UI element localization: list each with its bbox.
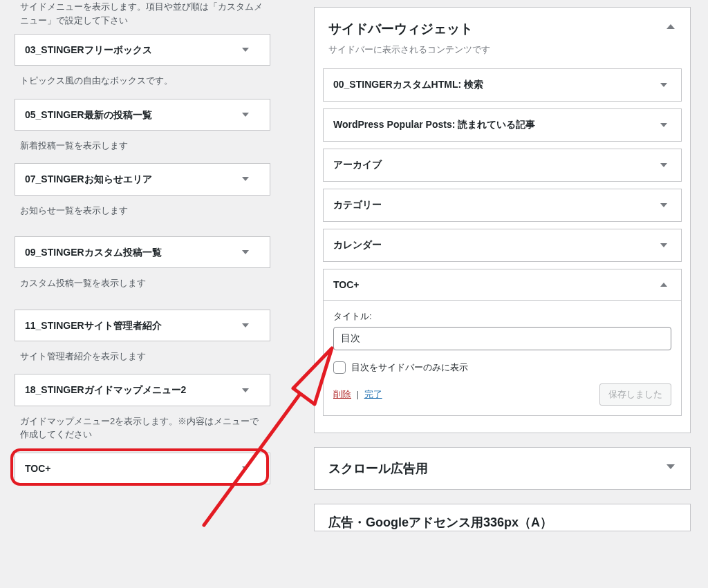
widget-item-title: 18_STINGERガイドマップメニュー2 bbox=[15, 374, 270, 405]
chevron-down-icon bbox=[667, 464, 675, 469]
widget-item-toc-plus[interactable]: TOC+ bbox=[15, 453, 270, 484]
widget-item[interactable]: 09_STINGERカスタム投稿一覧 bbox=[15, 236, 270, 268]
widget-item[interactable]: 07_STINGERお知らせエリア bbox=[15, 163, 270, 195]
chevron-down-icon bbox=[660, 83, 667, 87]
placed-widget-item: 00_STINGERカスタムHTML: 検索 bbox=[323, 68, 682, 102]
widget-item-title: 03_STINGERフリーボックス bbox=[15, 35, 270, 65]
widget-item[interactable]: 11_STINGERサイト管理者紹介 bbox=[15, 310, 270, 341]
widget-actions: 削除 | 完了 保存しました bbox=[333, 383, 671, 406]
scroll-ads-area-panel: スクロール広告用 bbox=[314, 447, 691, 490]
chevron-up-icon bbox=[660, 283, 667, 287]
panel-header[interactable]: 広告・Googleアドセンス用336px（A） bbox=[315, 504, 690, 531]
chevron-down-icon bbox=[242, 388, 249, 392]
placed-widget-header[interactable]: カテゴリー bbox=[324, 189, 681, 221]
delete-link[interactable]: 削除 bbox=[333, 389, 351, 399]
separator: | bbox=[354, 389, 362, 399]
widget-item-description: カスタム投稿一覧を表示します bbox=[20, 276, 265, 290]
placed-widget-header[interactable]: アーカイブ bbox=[324, 149, 681, 181]
widget-item-description: 新着投稿一覧を表示します bbox=[20, 139, 265, 153]
adsense-area-panel: 広告・Googleアドセンス用336px（A） bbox=[314, 504, 691, 531]
panel-header[interactable]: サイドバーウィジェット サイドバーに表示されるコンテンツです bbox=[315, 8, 690, 68]
panel-title: 広告・Googleアドセンス用336px（A） bbox=[328, 514, 655, 531]
done-link[interactable]: 完了 bbox=[364, 389, 382, 399]
title-field-label: タイトル: bbox=[333, 310, 671, 323]
placed-widget-body: タイトル: 目次をサイドバーのみに表示 削除 | 完了 bbox=[324, 300, 681, 415]
toc-title-input[interactable] bbox=[333, 327, 671, 350]
chevron-down-icon bbox=[660, 243, 667, 247]
widget-item-description: ガイドマップメニュー2を表示します。※内容はメニューで作成してください bbox=[20, 415, 265, 442]
chevron-down-icon bbox=[242, 466, 249, 471]
panel-subtitle: サイドバーに表示されるコンテンツです bbox=[328, 44, 655, 56]
widget-item-title: 05_STINGER最新の投稿一覧 bbox=[15, 99, 270, 130]
placed-widget-label: 00_STINGERカスタムHTML: 検索 bbox=[333, 79, 483, 90]
placed-widget-header[interactable]: WordPress Popular Posts: 読まれている記事 bbox=[324, 109, 681, 141]
panel-title: サイドバーウィジェット bbox=[328, 20, 655, 38]
widget-item-description: サイト管理者紹介を表示します bbox=[20, 350, 265, 363]
widget-item-description: お知らせ一覧を表示します bbox=[20, 204, 265, 218]
placed-widget-item: WordPress Popular Posts: 読まれている記事 bbox=[323, 108, 682, 142]
placed-widget-item: カテゴリー bbox=[323, 189, 682, 222]
chevron-down-icon bbox=[242, 250, 249, 254]
chevron-down-icon bbox=[242, 113, 249, 117]
chevron-down-icon bbox=[242, 323, 249, 328]
placed-widget-label: WordPress Popular Posts: 読まれている記事 bbox=[333, 119, 535, 130]
widget-item-title: 07_STINGERお知らせエリア bbox=[15, 164, 270, 194]
chevron-down-icon bbox=[660, 123, 667, 127]
chevron-up-icon bbox=[667, 24, 675, 29]
chevron-down-icon bbox=[242, 48, 249, 52]
chevron-down-icon bbox=[660, 203, 667, 207]
widget-list-intro: サイドメニューを表示します。項目や並び順は「カスタムメニュー」で設定して下さい bbox=[20, 0, 268, 27]
widget-item[interactable]: 18_STINGERガイドマップメニュー2 bbox=[15, 374, 270, 406]
sidebar-only-checkbox-label: 目次をサイドバーのみに表示 bbox=[351, 361, 468, 374]
chevron-down-icon bbox=[242, 177, 249, 181]
placed-widget-label: カテゴリー bbox=[333, 199, 382, 210]
widget-item[interactable]: 05_STINGER最新の投稿一覧 bbox=[15, 99, 270, 131]
chevron-down-icon bbox=[660, 163, 667, 167]
placed-widget-header[interactable]: 00_STINGERカスタムHTML: 検索 bbox=[324, 69, 681, 101]
widget-item-title: TOC+ bbox=[15, 453, 270, 484]
widget-item-description: トピックス風の自由なボックスです。 bbox=[20, 74, 265, 88]
widget-item[interactable]: 03_STINGERフリーボックス bbox=[15, 34, 270, 66]
panel-title: スクロール広告用 bbox=[328, 460, 655, 477]
placed-widget-header[interactable]: カレンダー bbox=[324, 229, 681, 261]
placed-widget-label: TOC+ bbox=[333, 279, 359, 290]
saved-button[interactable]: 保存しました bbox=[599, 383, 671, 406]
placed-widget-item-toc-plus: TOC+ タイトル: 目次をサイドバーのみに表示 削除 bbox=[323, 269, 682, 416]
placed-widget-item: アーカイブ bbox=[323, 149, 682, 182]
placed-widget-header[interactable]: TOC+ bbox=[324, 269, 681, 300]
widget-item-title: 11_STINGERサイト管理者紹介 bbox=[15, 310, 270, 341]
widget-areas: サイドバーウィジェット サイドバーに表示されるコンテンツです 00_STINGE… bbox=[314, 7, 691, 531]
panel-body: 00_STINGERカスタムHTML: 検索 WordPress Popular… bbox=[315, 68, 690, 433]
sidebar-only-checkbox[interactable] bbox=[333, 361, 346, 374]
placed-widget-label: アーカイブ bbox=[333, 159, 382, 170]
available-widgets-list: サイドメニューを表示します。項目や並び順は「カスタムメニュー」で設定して下さい … bbox=[15, 0, 270, 489]
widget-item-title: 09_STINGERカスタム投稿一覧 bbox=[15, 237, 270, 267]
sidebar-widget-area-panel: サイドバーウィジェット サイドバーに表示されるコンテンツです 00_STINGE… bbox=[314, 7, 691, 433]
panel-header[interactable]: スクロール広告用 bbox=[315, 448, 690, 489]
placed-widget-label: カレンダー bbox=[333, 239, 382, 250]
placed-widget-item: カレンダー bbox=[323, 229, 682, 262]
